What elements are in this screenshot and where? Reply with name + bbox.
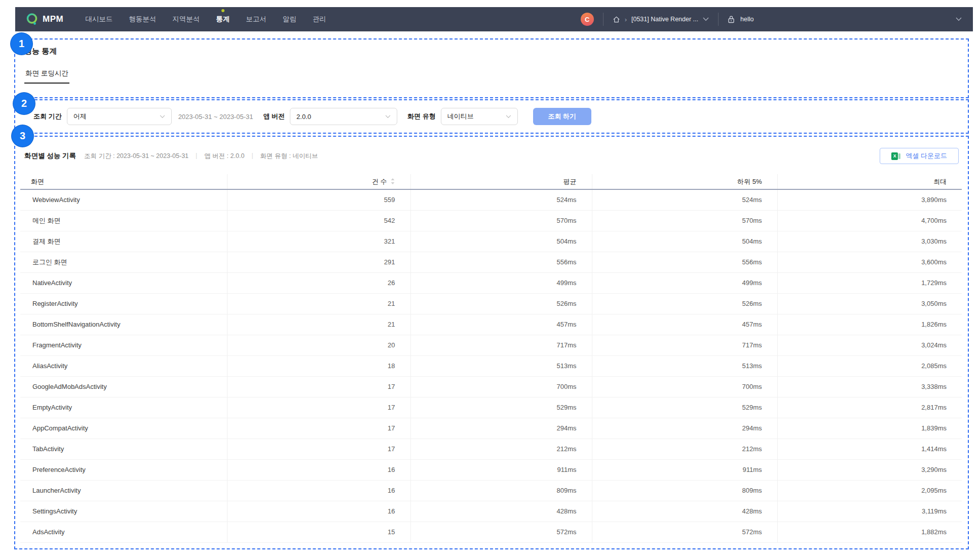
cell-count: 15 <box>227 522 410 542</box>
excel-icon: X <box>891 152 900 160</box>
tab-screen-loading-time[interactable]: 화면 로딩시간 <box>24 69 69 84</box>
table-row: WebviewActivity559524ms524ms3,890ms <box>20 189 962 210</box>
cell-count: 542 <box>227 210 410 231</box>
cell-avg: 499ms <box>410 272 592 293</box>
annotation-badge-1: 1 <box>10 32 33 55</box>
cell-bottom5: 529ms <box>592 397 777 418</box>
cell-count: 17 <box>227 397 410 418</box>
cell-screen: AdsActivity <box>20 522 227 542</box>
cell-bottom5: 526ms <box>592 293 777 314</box>
meta-item: 화면 유형 : 네이티브 <box>260 152 318 161</box>
home-icon <box>613 16 620 23</box>
nav-item-label: 관리 <box>313 15 326 23</box>
nav-item-label: 행동분석 <box>129 15 156 23</box>
search-button[interactable]: 조회 하기 <box>533 108 591 125</box>
period-select[interactable]: 어제 <box>67 108 172 125</box>
nav-item-statistics[interactable]: 통계 <box>209 12 236 27</box>
cell-screen: EmptyActivity <box>20 397 227 418</box>
meta-separator: | <box>251 152 253 159</box>
chevron-down-icon <box>956 17 962 21</box>
table-row: 로그인 화면291556ms556ms3,600ms <box>20 252 962 272</box>
cell-count: 26 <box>227 272 410 293</box>
nav-item-label: 알림 <box>283 15 296 23</box>
cell-screen: 메인 화면 <box>20 210 227 231</box>
cell-max: 3,338ms <box>777 376 962 397</box>
table-row: BottomShelfNavigationActivity21457ms457m… <box>20 314 962 335</box>
sort-icon[interactable] <box>390 178 395 186</box>
cell-screen: BottomShelfNavigationActivity <box>20 314 227 335</box>
performance-stats-panel: 성능 통계 화면 로딩시간 <box>14 38 969 98</box>
table-row: AppCompatActivity17294ms294ms1,839ms <box>20 418 962 439</box>
cell-bottom5: 294ms <box>592 418 777 439</box>
main-menu: 대시보드행동분석지역분석통계보고서알림관리 <box>79 7 333 31</box>
table-header: 화면건 수평균하위 5%최대 <box>20 174 962 189</box>
user-menu[interactable]: hello <box>728 15 962 24</box>
nav-item-report[interactable]: 보고서 <box>239 12 273 27</box>
cell-count: 321 <box>227 231 410 252</box>
mpm-logo[interactable]: MPM <box>25 13 63 26</box>
cell-avg: 212ms <box>410 439 592 459</box>
cell-bottom5: 513ms <box>592 355 777 376</box>
cell-max: 3,024ms <box>777 335 962 355</box>
period-label: 조회 기간 <box>33 112 62 121</box>
cell-max: 3,600ms <box>777 252 962 272</box>
cell-avg: 529ms <box>410 397 592 418</box>
cell-max: 3,119ms <box>777 501 962 522</box>
navbar-right: C › [0531] Native Render ... hel <box>581 13 962 26</box>
chevron-down-icon <box>385 115 391 118</box>
excel-download-button[interactable]: X 엑셀 다운로드 <box>880 148 959 164</box>
cell-count: 17 <box>227 418 410 439</box>
cell-count: 17 <box>227 376 410 397</box>
cell-screen: AppCompatActivity <box>20 418 227 439</box>
nav-item-region-analysis[interactable]: 지역분석 <box>166 12 206 27</box>
app-version-value: 2.0.0 <box>296 113 311 121</box>
app-version-select[interactable]: 2.0.0 <box>290 108 397 125</box>
avatar[interactable]: C <box>581 13 594 26</box>
annotation-badge-3: 3 <box>11 125 34 147</box>
cell-screen: NativeActivity <box>20 272 227 293</box>
cell-max: 1,729ms <box>777 272 962 293</box>
table-row: NativeActivity26499ms499ms1,729ms <box>20 272 962 293</box>
col-header-max: 최대 <box>777 174 962 189</box>
meta-item: 앱 버전 : 2.0.0 <box>204 152 244 161</box>
cell-max: 1,882ms <box>777 522 962 542</box>
cell-max: 3,290ms <box>777 459 962 480</box>
cell-avg: 717ms <box>410 335 592 355</box>
meta-separator: | <box>196 152 197 159</box>
nav-item-alert[interactable]: 알림 <box>276 12 303 27</box>
nav-item-dashboard[interactable]: 대시보드 <box>79 12 119 27</box>
col-header-label: 건 수 <box>372 178 387 185</box>
col-header-avg: 평균 <box>410 174 592 189</box>
annotation-badge-2: 2 <box>13 92 35 115</box>
logo-text: MPM <box>43 14 63 24</box>
lock-icon <box>728 15 735 24</box>
nav-item-label: 지역분석 <box>172 15 200 23</box>
cell-avg: 556ms <box>410 252 592 272</box>
col-header-count[interactable]: 건 수 <box>227 174 410 189</box>
cell-max: 4,700ms <box>777 210 962 231</box>
username: hello <box>740 16 753 23</box>
project-selector[interactable]: › [0531] Native Render ... <box>613 16 709 23</box>
cell-bottom5: 524ms <box>592 189 777 210</box>
cell-bottom5: 457ms <box>592 314 777 335</box>
cell-count: 291 <box>227 252 410 272</box>
cell-bottom5: 911ms <box>592 459 777 480</box>
table-title: 화면별 성능 기록 <box>24 151 76 161</box>
nav-item-label: 보고서 <box>246 15 267 23</box>
nav-item-behavior-analysis[interactable]: 행동분석 <box>122 12 163 27</box>
cell-screen: SettingsActivity <box>20 501 227 522</box>
cell-screen: PreferenceActivity <box>20 459 227 480</box>
cell-max: 2,095ms <box>777 480 962 501</box>
table-row: FragmentActivity20717ms717ms3,024ms <box>20 335 962 355</box>
cell-max: 1,839ms <box>777 418 962 439</box>
cell-bottom5: 572ms <box>592 522 777 542</box>
nav-item-admin[interactable]: 관리 <box>306 12 333 27</box>
table-row: 메인 화면542570ms570ms4,700ms <box>20 210 962 231</box>
cell-max: 1,826ms <box>777 314 962 335</box>
cell-screen: 결제 화면 <box>20 231 227 252</box>
table-row: PreferenceActivity16911ms911ms3,290ms <box>20 459 962 480</box>
cell-screen: TabActivity <box>20 439 227 459</box>
screen-type-select[interactable]: 네이티브 <box>441 108 518 125</box>
excel-button-label: 엑셀 다운로드 <box>906 151 947 161</box>
col-header-label: 평균 <box>563 178 577 185</box>
